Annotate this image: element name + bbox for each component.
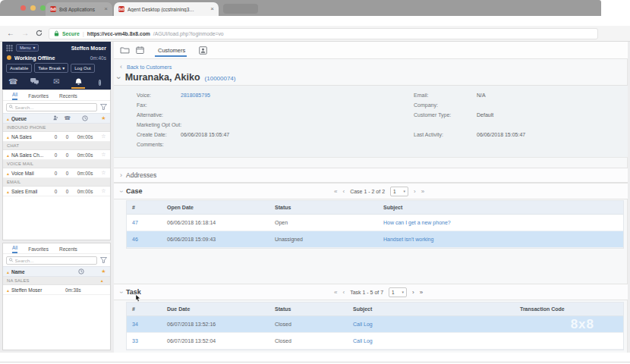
window-controls[interactable]: [20, 5, 46, 11]
browser-tab-8x8-applications[interactable]: 8x8 8x8 Applications ×: [46, 2, 112, 16]
info-tab-icon[interactable]: i: [93, 78, 108, 86]
first-page-icon[interactable]: «: [334, 188, 337, 195]
expand-chevron-icon[interactable]: ›: [120, 172, 122, 179]
case-subject-link[interactable]: Handset isn't working: [383, 237, 623, 242]
case-page-select[interactable]: 1 ▾: [390, 187, 408, 196]
queue-row-voice-mail[interactable]: ▲Voice Mail 0 0 0m:00s ☆: [3, 168, 110, 178]
collapse-chevron-icon[interactable]: ›: [115, 77, 122, 80]
case-row-46[interactable]: 46 06/06/2018 15:09:43 Unassigned Handse…: [127, 231, 623, 248]
voice-number-link[interactable]: 2818085795: [181, 90, 210, 100]
log-out-button[interactable]: Log Out: [71, 64, 94, 73]
field-label: Comments:: [137, 140, 164, 149]
sort-asc-icon[interactable]: ▲: [6, 270, 10, 275]
close-window-button[interactable]: [20, 5, 26, 11]
email-tab-icon[interactable]: ✉: [49, 78, 64, 86]
queue-row-na-sales[interactable]: ▲NA Sales 0 0 0m:00s ☆: [3, 132, 110, 142]
collapse-chevron-icon[interactable]: ›: [118, 291, 124, 293]
queue-row-sales-email[interactable]: ▲Sales Email 0 0 0m:00s ☆: [3, 187, 110, 196]
main-content: Customers ‹ Back to Customers › Muranaka…: [114, 42, 628, 353]
queues-tab-favorites[interactable]: Favorites: [28, 93, 49, 100]
take-break-button[interactable]: Take Break▾: [34, 63, 68, 73]
address-bar[interactable]: Secure | https://vcc-vm4b.8x8.com/AGUI/l…: [49, 28, 598, 39]
available-button[interactable]: Available: [6, 64, 32, 73]
task-row-34[interactable]: 34 06/07/2018 13:52:16 Closed Call Log 8…: [127, 316, 623, 333]
case-subject-link[interactable]: How can I get a new phone?: [383, 220, 623, 225]
agent-search-box[interactable]: [6, 256, 97, 265]
favorite-star-icon[interactable]: ☆: [97, 170, 110, 176]
zoom-window-button[interactable]: [40, 5, 46, 11]
addresses-section-header[interactable]: › Addresses: [114, 168, 628, 183]
queue-search-input[interactable]: [15, 105, 94, 110]
last-page-icon[interactable]: »: [420, 289, 423, 296]
last-page-icon[interactable]: »: [421, 188, 424, 195]
task-subject-link[interactable]: Call Log: [353, 338, 520, 344]
task-row-33[interactable]: 33 06/07/2018 13:52:04 Closed Call Log: [127, 333, 623, 350]
contact-card-icon[interactable]: [199, 46, 207, 55]
folder-tab-icon[interactable]: [120, 46, 130, 54]
task-page-select[interactable]: 1 ▾: [389, 287, 407, 297]
queue-group: EMAIL: [3, 178, 110, 187]
customer-number[interactable]: (10000074): [205, 75, 236, 82]
queues-tab-all[interactable]: All: [12, 92, 17, 100]
queue-group: INBOUND PHONE: [3, 124, 110, 132]
task-table: # Due Date Status Subject Transaction Co…: [126, 302, 624, 350]
agent-row-steffen-moser[interactable]: ▲Steffen Moser 0m:38s: [3, 285, 110, 295]
reload-icon[interactable]: [36, 30, 43, 38]
agents-tab-recents[interactable]: Recents: [59, 246, 77, 253]
prev-page-icon[interactable]: ‹: [342, 289, 345, 296]
tab-close-icon[interactable]: ×: [210, 6, 214, 12]
tab-customers[interactable]: Customers: [156, 44, 187, 57]
url-path: /AGUI/load.php?loginmode=vo: [153, 31, 224, 36]
active-tab-underline: [155, 55, 187, 57]
favorite-star-icon[interactable]: ☆: [97, 152, 110, 158]
collapse-chevron-icon[interactable]: ›: [118, 190, 124, 193]
favorite-star-icon[interactable]: ☆: [97, 188, 110, 194]
first-page-icon[interactable]: «: [334, 289, 337, 296]
calendar-tab-icon[interactable]: [136, 46, 144, 54]
agents-tab-all[interactable]: All: [12, 245, 17, 253]
task-id-link[interactable]: 34: [127, 322, 167, 327]
back-to-customers-link[interactable]: ‹ Back to Customers: [120, 64, 172, 71]
favorite-column-icon: ★: [97, 115, 110, 121]
task-section-header[interactable]: › Task « ‹ Task 1 - 5 of 7 1 ▾ › »: [114, 284, 628, 300]
prev-page-icon[interactable]: ‹: [342, 188, 345, 195]
task-subject-link[interactable]: Call Log: [353, 322, 520, 327]
sort-asc-icon[interactable]: ▲: [6, 117, 10, 121]
agent-search-input[interactable]: [15, 258, 94, 263]
browser-tab-agent-desktop[interactable]: 8x8 Agent Desktop (ccstraining3… ×: [114, 2, 219, 16]
filter-icon[interactable]: [100, 104, 107, 110]
new-tab-area[interactable]: [223, 4, 258, 14]
back-icon[interactable]: ←: [7, 30, 14, 37]
customer-name: Muranaka, Akiko: [125, 72, 200, 83]
queues-tab-recents[interactable]: Recents: [59, 93, 77, 100]
next-page-icon[interactable]: ›: [414, 188, 416, 195]
case-id-link[interactable]: 47: [127, 220, 167, 225]
secure-label: Secure: [62, 31, 80, 36]
active-tab-underline: [71, 87, 85, 89]
status-timer: 0m:40s: [90, 55, 106, 61]
calls-column-icon: ☎: [61, 115, 73, 121]
task-id-link[interactable]: 33: [127, 338, 167, 344]
queue-table-header: ▲Queue ☎ ★: [3, 113, 110, 124]
notifications-tab-icon[interactable]: [71, 78, 86, 86]
case-section-header[interactable]: › Case « ‹ Case 1 - 2 of 2 1 ▾ › »: [114, 183, 628, 199]
field-label: Fax:: [137, 100, 147, 110]
tab-close-icon[interactable]: ×: [104, 6, 108, 12]
minimize-window-button[interactable]: [30, 5, 36, 11]
chat-tab-icon[interactable]: [27, 78, 43, 85]
menu-button[interactable]: Menu ▾: [16, 44, 39, 52]
agent-name: Steffen Moser: [71, 46, 106, 51]
filter-icon[interactable]: [100, 257, 107, 263]
queue-row-na-sales-chat[interactable]: ▲NA Sales Ch... 0 0 0m:00s ☆: [3, 150, 110, 160]
case-row-47[interactable]: 47 06/06/2018 16:18:14 Open How can I ge…: [127, 215, 623, 231]
case-id-link[interactable]: 46: [127, 237, 167, 242]
favorite-star-icon[interactable]: ☆: [97, 133, 110, 140]
queues-panel: All Favorites Recents ▲Queue ☎ ★ INBOUND…: [2, 89, 111, 240]
grid-menu-icon[interactable]: [6, 45, 13, 52]
phone-tab-icon[interactable]: ☎: [5, 78, 20, 86]
next-page-icon[interactable]: ›: [412, 289, 414, 296]
case-table: # Open Date Status Subject 47 06/06/2018…: [126, 200, 624, 249]
queue-search-box[interactable]: [6, 103, 97, 111]
forward-icon[interactable]: →: [21, 30, 29, 37]
agents-tab-favorites[interactable]: Favorites: [28, 246, 49, 253]
